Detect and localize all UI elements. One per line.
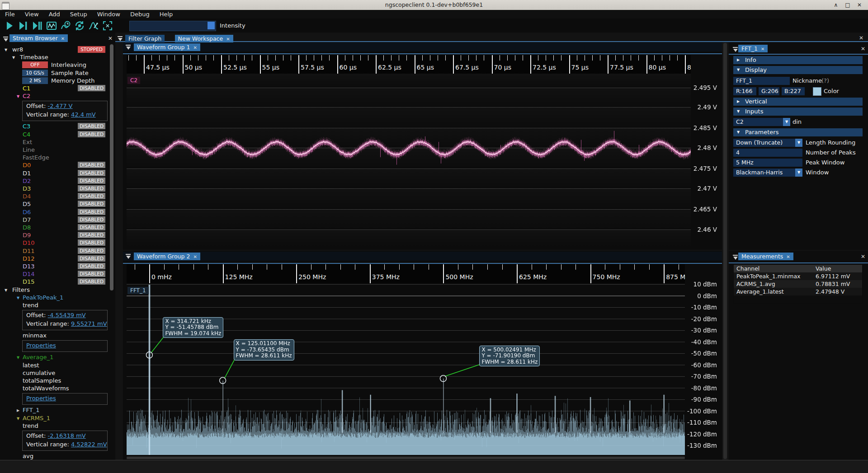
tab-close-icon[interactable]: ✕: [226, 37, 230, 42]
tree-item-label[interactable]: avg: [23, 452, 33, 460]
menu-item-file[interactable]: File: [0, 10, 20, 19]
color-r-input[interactable]: R:166: [733, 87, 756, 95]
expander-down-icon[interactable]: ▼: [12, 54, 15, 61]
tree-item-label[interactable]: D5: [23, 200, 31, 208]
menu-item-debug[interactable]: Debug: [125, 10, 155, 19]
combo-arrow-icon[interactable]: ▼: [795, 139, 802, 147]
measurements-menu-icon[interactable]: [732, 254, 738, 260]
section-header-vertical[interactable]: ▶Vertical: [733, 98, 863, 106]
measurement-channel[interactable]: ACRMS_1.avg: [734, 280, 813, 288]
property-value-link[interactable]: 42.4 mV: [71, 111, 96, 118]
color-b-input[interactable]: B:227: [782, 87, 805, 95]
table-header-channel[interactable]: Channel: [734, 265, 813, 272]
tree-item-label[interactable]: latest: [23, 361, 39, 369]
tree-item-label[interactable]: cumulative: [23, 369, 55, 377]
tree-item-label[interactable]: Timebase: [20, 53, 48, 61]
tree-item-label[interactable]: C3: [23, 122, 30, 130]
waveform-plot-c2[interactable]: C2: [127, 74, 691, 247]
peak-annotation-box[interactable]: X = 314.721 kHzY = -51.45788 dBmFWHM = 1…: [163, 317, 223, 338]
waveform-group-2-menu-icon[interactable]: [125, 253, 131, 259]
expander-right-icon[interactable]: ▶: [737, 98, 740, 106]
menu-item-help[interactable]: Help: [155, 10, 178, 19]
combo-arrow-icon[interactable]: ▼: [783, 118, 790, 126]
shade-button[interactable]: ∧: [832, 1, 840, 9]
property-value-link[interactable]: -2.477 V: [48, 103, 73, 109]
frequency-ruler[interactable]: 0 mHz125 MHz250 MHz375 MHz500 MHz625 MHz…: [127, 264, 685, 283]
peak-annotation-box[interactable]: X = 500.02491 MHzY = -71.90190 dBmFWHM =…: [479, 346, 540, 367]
intensity-slider[interactable]: [129, 21, 216, 31]
tab-fft1[interactable]: FFT_1✕: [738, 45, 768, 52]
tree-item-label[interactable]: ACRMS_1: [23, 414, 50, 422]
din-input-combo[interactable]: C2▼: [733, 118, 790, 126]
expander-down-icon[interactable]: ▼: [5, 46, 7, 54]
section-header-inputs[interactable]: ▼Inputs: [733, 108, 863, 116]
tree-item-label[interactable]: D3: [23, 185, 31, 192]
workspace-close-icon[interactable]: ✕: [858, 35, 864, 41]
combo-arrow-icon[interactable]: ▼: [795, 169, 802, 177]
tab-waveform-group-2[interactable]: Waveform Group 2✕: [134, 253, 200, 260]
single-trigger-icon[interactable]: [18, 20, 29, 32]
channel-badge-fft1[interactable]: FFT_1: [127, 287, 149, 294]
tab-filter-graph[interactable]: Filter Graph: [125, 35, 165, 42]
tab-new-workspace[interactable]: New Workspace✕: [175, 35, 233, 42]
param-length-rounding[interactable]: Down (Truncate)▼: [733, 139, 802, 147]
close-button[interactable]: ✕: [855, 1, 863, 9]
tree-item-label[interactable]: Line: [23, 146, 35, 154]
spectrum-hscrollbar[interactable]: [127, 456, 685, 459]
time-ruler[interactable]: 47.5 µs50 µs52.5 µs55 µs57.5 µs60 µs62.5…: [127, 55, 691, 74]
fullscreen-icon[interactable]: [102, 20, 113, 32]
expander-right-icon[interactable]: ▶: [737, 56, 740, 64]
play-icon[interactable]: [4, 20, 15, 32]
tree-item-label[interactable]: Filters: [12, 286, 30, 294]
stream-browser-menu-icon[interactable]: [3, 36, 9, 42]
measurement-channel[interactable]: Average_1.latest: [734, 288, 813, 295]
tree-item-label[interactable]: C1: [23, 84, 30, 92]
tree-item-label[interactable]: Ext: [23, 138, 32, 146]
properties-link[interactable]: Properties: [26, 395, 56, 402]
maximize-button[interactable]: □: [844, 1, 852, 9]
menu-item-setup[interactable]: Setup: [65, 10, 92, 19]
property-value-link[interactable]: 9.55271 mV: [71, 320, 107, 327]
channel-badge-c2[interactable]: C2: [127, 77, 140, 84]
status-badge-10 gs/s[interactable]: 10 GS/s: [22, 70, 48, 76]
tree-item-label[interactable]: totalWaveforms: [23, 384, 69, 392]
tree-item-label[interactable]: D10: [23, 239, 35, 247]
expander-right-icon[interactable]: ▶: [17, 407, 19, 414]
measurements-close-icon[interactable]: ✕: [860, 253, 866, 260]
param-window[interactable]: Blackman-Harris▼: [733, 169, 802, 177]
property-value-link[interactable]: -4.55439 mV: [48, 312, 86, 318]
spectrum-plot-fft1[interactable]: FFT_1 X = 314.721 kHzY = -51.45788 dBmFW…: [127, 283, 685, 455]
tree-item-label[interactable]: D6: [23, 208, 31, 216]
measurement-channel[interactable]: PeakToPeak_1.minmax: [734, 272, 813, 280]
tree-item-label[interactable]: D7: [23, 216, 31, 224]
refresh-gear-icon[interactable]: [74, 20, 85, 32]
properties-link[interactable]: Properties: [26, 342, 56, 349]
tree-item-label[interactable]: D0: [23, 161, 31, 169]
history-icon[interactable]: [60, 20, 71, 32]
tree-item-label[interactable]: D8: [23, 224, 31, 231]
measurement-value[interactable]: 6.97112 mV: [813, 272, 862, 280]
tree-item-label[interactable]: D14: [23, 270, 35, 278]
expander-down-icon[interactable]: ▼: [17, 294, 19, 302]
c2-trace-canvas[interactable]: [127, 74, 691, 247]
tree-item-label[interactable]: FFT_1: [23, 406, 39, 414]
expander-down-icon[interactable]: ▼: [737, 108, 740, 116]
tree-item-label[interactable]: D2: [23, 177, 31, 185]
table-header-value[interactable]: Value: [813, 265, 862, 272]
tree-item-label[interactable]: D12: [23, 255, 35, 262]
tree-item-label[interactable]: D13: [23, 262, 35, 270]
status-badge-off[interactable]: OFF: [22, 61, 48, 68]
tab-close-icon[interactable]: ✕: [786, 254, 790, 259]
tab-waveform-group-1[interactable]: Waveform Group 1✕: [134, 43, 200, 51]
tree-item-label[interactable]: D11: [23, 247, 35, 255]
tab-close-icon[interactable]: ✕: [193, 45, 197, 50]
peak-annotation-box[interactable]: X = 125.01100 MHzY = -73.65435 dBmFWHM =…: [234, 339, 294, 361]
color-g-input[interactable]: G:206: [759, 87, 779, 95]
tree-item-label[interactable]: D9: [23, 231, 31, 239]
expander-down-icon[interactable]: ▼: [17, 354, 19, 361]
tree-item-label[interactable]: wr8: [12, 46, 23, 53]
nickname-input[interactable]: FFT_1: [733, 77, 790, 85]
tree-item-label[interactable]: C2: [23, 92, 30, 100]
measurement-value[interactable]: 0.78831 mV: [813, 280, 862, 288]
multi-trigger-icon[interactable]: [32, 20, 43, 32]
